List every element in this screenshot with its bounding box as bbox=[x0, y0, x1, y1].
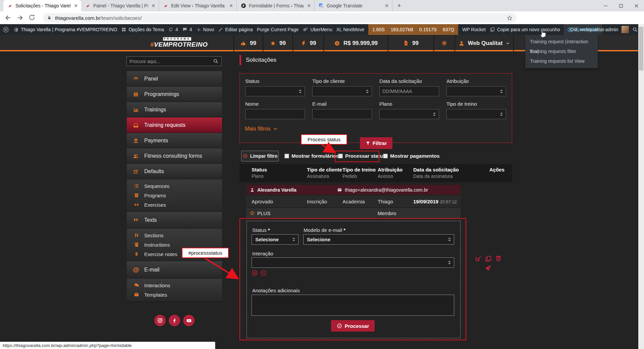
minus-circle-icon[interactable] bbox=[260, 270, 267, 276]
new-tab-button[interactable]: + bbox=[394, 1, 404, 10]
sidebar-item-defaults[interactable]: Defaults bbox=[127, 164, 222, 179]
sidebar-item-email[interactable]: @ E-mail bbox=[127, 261, 222, 279]
tab-painel[interactable]: Painel - Thiago Varella | Program ✕ bbox=[81, 0, 159, 11]
close-window-button[interactable] bbox=[629, 0, 644, 11]
dropdown-item-requests-filter[interactable]: Training requests filter bbox=[525, 47, 598, 56]
sidebar-search-input[interactable] bbox=[129, 59, 213, 64]
form-select-interacao[interactable] bbox=[252, 257, 454, 268]
sidebar-item-panel[interactable]: Panel bbox=[127, 71, 222, 87]
sidebar-item-sections[interactable]: Sections bbox=[127, 231, 222, 240]
maximize-button[interactable] bbox=[613, 0, 629, 11]
admin-bar-edit-page[interactable]: Editar página bbox=[218, 24, 253, 35]
select-caret-icon bbox=[500, 90, 506, 93]
checkbox-icon[interactable] bbox=[383, 154, 388, 158]
youtube-icon[interactable] bbox=[183, 315, 195, 326]
delete-action-icon[interactable] bbox=[495, 255, 502, 262]
filtrar-button[interactable]: Filtrar bbox=[360, 137, 392, 149]
filter-input-data[interactable] bbox=[379, 86, 439, 96]
tab-google-translate[interactable]: GA Google Translate ✕ bbox=[315, 0, 392, 11]
tab-formidable[interactable]: Formidable | Forms ‹ Thiago Vare ✕ bbox=[237, 0, 315, 11]
admin-bar-account[interactable]: Olá, webqualitat-admin bbox=[570, 24, 638, 35]
admin-bar-new[interactable]: Novo bbox=[196, 24, 214, 35]
tab-close-icon[interactable]: ✕ bbox=[384, 3, 389, 8]
dropdown-item-interaction-box[interactable]: Training request (interaction box) bbox=[525, 37, 598, 47]
nome-input[interactable] bbox=[248, 111, 305, 117]
sidebar-item-sequences[interactable]: Sequences bbox=[127, 181, 222, 191]
tab-close-icon[interactable]: ✕ bbox=[151, 3, 156, 8]
admin-bar-purge[interactable]: Purge Current Page bbox=[257, 24, 299, 35]
filter-select-atribuicao[interactable] bbox=[446, 86, 506, 96]
admin-bar-copy-draft[interactable]: Copie para um novo rascunho bbox=[490, 24, 560, 35]
anotacoes-textarea[interactable] bbox=[252, 295, 454, 316]
header-settings[interactable] bbox=[433, 35, 454, 51]
address-bar[interactable]: thiagovarella.com.br/team/solicitacoes/ bbox=[43, 13, 517, 22]
filter-select-plano[interactable] bbox=[379, 109, 439, 119]
stat-bolts[interactable]: 99 bbox=[292, 35, 323, 51]
rocket-action-icon[interactable] bbox=[484, 264, 505, 272]
stat-likes[interactable]: 99 bbox=[233, 35, 263, 51]
form-select-status[interactable]: Selecione bbox=[252, 234, 299, 245]
back-button[interactable] bbox=[4, 14, 12, 22]
header-user-menu[interactable]: Web Qualitat bbox=[454, 35, 514, 51]
admin-bar-theme-options[interactable]: Opções do Tema bbox=[121, 24, 164, 35]
bookmark-star-icon[interactable] bbox=[507, 15, 513, 21]
checkbox-icon[interactable] bbox=[284, 154, 289, 158]
sidebar-item-exercises[interactable]: Exercises bbox=[127, 200, 222, 209]
filter-select-tipo-treino[interactable] bbox=[446, 109, 506, 119]
duplicate-action-icon[interactable] bbox=[485, 255, 492, 262]
limpar-filtro-button[interactable]: Limpar filtro bbox=[241, 151, 279, 161]
plus-circle-icon[interactable] bbox=[252, 270, 258, 276]
sidebar-item-trainings[interactable]: Trainings bbox=[127, 102, 222, 117]
edit-action-icon[interactable] bbox=[474, 255, 482, 262]
checkbox-processar-status[interactable]: Processar status bbox=[338, 153, 386, 159]
wp-logo-icon[interactable] bbox=[3, 24, 9, 35]
filter-input-nome[interactable] bbox=[245, 109, 305, 119]
admin-bar-ubermenu[interactable]: UberMenu bbox=[303, 24, 332, 35]
admin-bar-wp-rocket[interactable]: WP Rocket bbox=[462, 24, 486, 35]
tab-title: Google Translate bbox=[327, 3, 381, 8]
instagram-icon[interactable] bbox=[154, 315, 166, 326]
checkbox-icon[interactable] bbox=[338, 154, 343, 158]
reload-button[interactable] bbox=[28, 14, 36, 22]
scrollbar-track[interactable] bbox=[638, 24, 644, 349]
sidebar-item-fitness-forms[interactable]: Fitness consulting forms bbox=[127, 148, 222, 164]
date-input[interactable] bbox=[382, 89, 439, 94]
filter-input-email[interactable] bbox=[312, 109, 372, 119]
form-select-modelo[interactable]: Selecione bbox=[303, 234, 454, 245]
scrollbar-thumb[interactable] bbox=[639, 27, 643, 70]
sidebar-item-programs[interactable]: Programs bbox=[127, 191, 222, 200]
tab-edit-view[interactable]: Edit View ‹ Thiago Varella | Progr ✕ bbox=[159, 0, 237, 11]
sidebar-item-interactions[interactable]: Interactions bbox=[127, 281, 222, 290]
site-logo[interactable]: PROGRAMA #VEMPROTREINO bbox=[150, 37, 204, 48]
sidebar-item-payments[interactable]: $ Payments bbox=[127, 133, 222, 148]
tab-close-icon[interactable]: ✕ bbox=[228, 3, 234, 8]
dropdown-item-list-view[interactable]: Training requests list View bbox=[525, 56, 598, 66]
query-monitor-stats[interactable]: 1.60S 183,027kB 0.1517S 637Q bbox=[368, 24, 458, 35]
stat-money[interactable]: $ R$ 99.999,99 bbox=[323, 35, 388, 51]
stat-stars[interactable]: 99 bbox=[263, 35, 292, 51]
facebook-icon[interactable] bbox=[169, 315, 180, 326]
admin-bar-comments[interactable]: 4 bbox=[182, 24, 192, 35]
sidebar-search[interactable] bbox=[126, 56, 222, 66]
filter-select-tipo-cliente[interactable] bbox=[312, 86, 372, 96]
tab-solicitacoes[interactable]: Solicitações - Thiago Varella | Pro ✕ bbox=[3, 0, 81, 11]
forward-button[interactable] bbox=[16, 14, 24, 22]
checkbox-mostrar-pagamentos[interactable]: Mostrar pagamentos bbox=[383, 153, 440, 159]
sidebar-item-templates[interactable]: Templates bbox=[127, 290, 222, 299]
processar-button[interactable]: Processar bbox=[331, 320, 375, 332]
stat-docs[interactable]: 99 bbox=[388, 35, 433, 51]
admin-bar-site-name[interactable]: Thiago Varella | Programa #VEMPROTREINO bbox=[13, 24, 117, 35]
table-row-name[interactable]: Alexandra Varella thiago+alexandra@thiag… bbox=[247, 185, 461, 195]
minimize-button[interactable] bbox=[598, 0, 613, 11]
admin-bar-nextmove[interactable]: XL NextMove bbox=[336, 24, 365, 35]
tab-close-icon[interactable]: ✕ bbox=[306, 3, 312, 8]
sidebar-item-texts[interactable]: Texts bbox=[127, 212, 222, 229]
filter-select-status[interactable] bbox=[245, 86, 305, 96]
admin-bar-updates[interactable]: 4 bbox=[168, 24, 178, 35]
email-input[interactable] bbox=[315, 111, 372, 117]
sidebar-item-programmings[interactable]: Programmings bbox=[127, 87, 222, 102]
tab-close-icon[interactable]: ✕ bbox=[73, 3, 78, 8]
more-filters-link[interactable]: Mais filtros bbox=[245, 126, 278, 132]
checkbox-mostrar-formularios[interactable]: Mostrar formulários bbox=[284, 153, 339, 159]
sidebar-item-training-requests[interactable]: Training requests bbox=[127, 117, 222, 133]
